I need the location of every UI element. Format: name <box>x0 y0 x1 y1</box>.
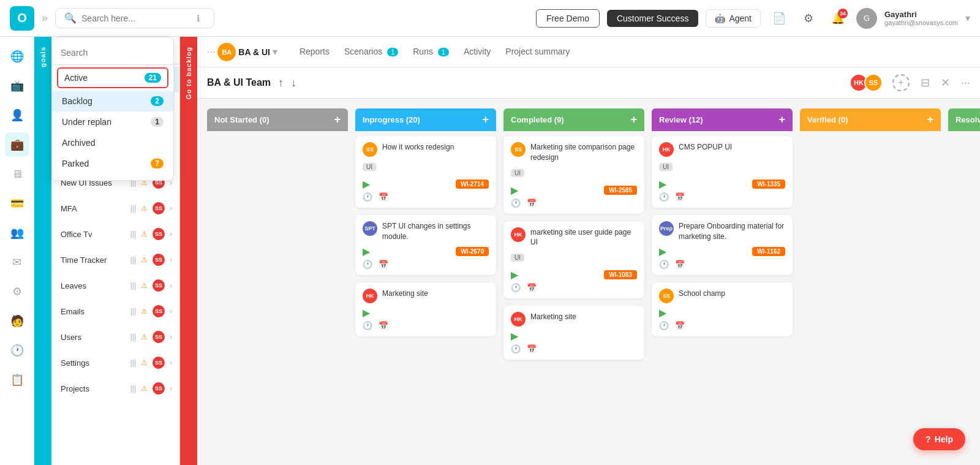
project-item[interactable]: MFA ||| ⚠ SS › <box>51 195 179 221</box>
dropdown-item-underreplan[interactable]: Under replan 1 <box>52 112 173 132</box>
nav-item-scenarios[interactable]: Scenarios 1 <box>344 44 398 60</box>
clock-icon: 🕐 <box>363 321 372 330</box>
search-icon: 🔍 <box>64 12 77 24</box>
column-add-button[interactable]: + <box>778 113 785 126</box>
kanban-card[interactable]: SS How it works redesign UI ▶ WI-2714 🕐 … <box>355 136 496 208</box>
sidebar-icon-person2[interactable]: 🧑 <box>5 309 29 333</box>
card-title: CMS POPUP UI <box>679 142 732 153</box>
sidebar-icon-globe[interactable]: 🌐 <box>5 44 29 69</box>
calendar-icon: 📅 <box>379 321 388 330</box>
project-item[interactable]: Time Tracker ||| ⚠ SS › <box>51 247 179 273</box>
sidebar-icon-tv[interactable]: 📺 <box>5 74 29 98</box>
kanban-card[interactable]: Prep Prepare Onboarding material for mar… <box>652 215 793 275</box>
play-button[interactable]: ▶ <box>511 330 518 342</box>
column-add-button[interactable]: + <box>927 113 933 126</box>
play-button[interactable]: ▶ <box>511 184 518 196</box>
card-title: Marketing site <box>382 289 428 299</box>
dropdown-underreplan-count: 1 <box>151 117 164 127</box>
agent-button[interactable]: 🤖 Agent <box>706 9 761 28</box>
customer-success-button[interactable]: Customer Success <box>607 10 698 27</box>
dropdown-item-backlog[interactable]: Backlog 2 <box>52 91 173 112</box>
search-bar[interactable]: 🔍 ℹ <box>55 8 214 28</box>
add-member-button[interactable]: + <box>892 74 910 91</box>
nav-item-reports[interactable]: Reports <box>300 44 330 60</box>
play-button[interactable]: ▶ <box>363 246 370 257</box>
play-button[interactable]: ▶ <box>363 307 370 319</box>
play-button[interactable]: ▶ <box>659 246 666 257</box>
clear-filter-icon[interactable]: ✕ <box>941 76 950 89</box>
column-add-button[interactable]: + <box>630 113 637 126</box>
sidebar-icon-clock[interactable]: 🕐 <box>5 338 29 363</box>
project-item-label: Projects <box>61 384 126 393</box>
sidebar-icon-user[interactable]: 👤 <box>5 103 29 127</box>
nav-item-project-summary[interactable]: Project summary <box>505 44 570 60</box>
kanban-column: Resolved (0) + <box>948 108 980 455</box>
card-label: UI <box>659 163 673 171</box>
board-more-icon[interactable]: ··· <box>961 77 970 89</box>
column-add-button[interactable]: + <box>334 113 341 126</box>
play-button[interactable]: ▶ <box>659 178 666 190</box>
sidebar-icon-briefcase[interactable]: 💼 <box>5 132 29 157</box>
clock-icon: 🕐 <box>511 344 521 353</box>
card-top: SPT SPT UI changes in settings module. <box>363 221 489 242</box>
kanban-card[interactable]: SS School champ ▶ 🕐 📅 <box>652 282 793 336</box>
team-dropdown-icon[interactable]: ▾ <box>273 46 277 58</box>
sidebar-icon-monitor[interactable]: 🖥 <box>5 162 29 186</box>
download-icon[interactable]: ↓ <box>291 77 296 89</box>
column-header: Inprogress (20) + <box>355 108 496 131</box>
dropdown-item-active[interactable]: Active 21 <box>57 67 168 88</box>
sidebar-icon-mail[interactable]: ✉ <box>5 250 29 274</box>
nav-item-runs[interactable]: Runs 1 <box>413 44 449 60</box>
card-ticket: WI-1083 <box>604 270 637 279</box>
user-avatar[interactable]: G <box>856 8 877 29</box>
document-icon-button[interactable]: 📄 <box>768 7 790 29</box>
goals-strip[interactable]: goals <box>34 37 51 465</box>
sidebar-icon-settings[interactable]: ⚙ <box>5 279 29 304</box>
project-item[interactable]: Leaves ||| ⚠ SS › <box>51 273 179 298</box>
kanban-card[interactable]: HK Marketing site ▶ 🕐 📅 <box>503 306 644 360</box>
project-item[interactable]: Settings ||| ⚠ SS › <box>51 350 179 376</box>
backlog-label[interactable]: Go to backlog <box>185 47 192 99</box>
card-label: UI <box>511 254 524 262</box>
dropdown-item-archived[interactable]: Archived <box>52 132 173 153</box>
secondary-nav-more[interactable]: ··· <box>207 47 215 58</box>
card-ticket: WI-2670 <box>456 247 489 256</box>
project-item[interactable]: Emails ||| ⚠ SS › <box>51 298 179 324</box>
sidebar-icon-card[interactable]: 💳 <box>5 191 29 216</box>
backlog-strip[interactable]: Go to backlog <box>180 37 197 465</box>
nav-item-activity[interactable]: Activity <box>464 44 491 60</box>
help-button[interactable]: ? Help <box>913 428 965 450</box>
play-button[interactable]: ▶ <box>511 269 518 281</box>
play-button[interactable]: ▶ <box>659 307 666 319</box>
project-item[interactable]: Projects ||| ⚠ SS › <box>51 376 179 401</box>
logo[interactable]: O <box>10 6 34 31</box>
kanban-card[interactable]: HK Marketing site ▶ 🕐 📅 <box>355 282 496 336</box>
filter-icon[interactable]: ⊟ <box>921 76 930 89</box>
settings-icon-button[interactable]: ⚙ <box>797 7 820 29</box>
kanban-column: Review (12) + HK CMS POPUP UI UI ▶ WI-13… <box>652 108 793 455</box>
play-button[interactable]: ▶ <box>363 178 370 190</box>
kanban-card[interactable]: HK marketing site user guide page UI UI … <box>503 221 644 299</box>
kanban-card[interactable]: HK CMS POPUP UI UI ▶ WI-1335 🕐 📅 <box>652 136 793 208</box>
dropdown-active-count: 21 <box>145 73 161 83</box>
bar-icon: ||| <box>130 230 136 238</box>
project-item[interactable]: Office Tv ||| ⚠ SS › <box>51 221 179 247</box>
goals-label[interactable]: goals <box>39 47 47 67</box>
upload-icon[interactable]: ↑ <box>278 77 284 89</box>
column-add-button[interactable]: + <box>482 113 489 126</box>
dropdown-search-input[interactable] <box>61 48 165 58</box>
kanban-card[interactable]: SPT SPT UI changes in settings module. ▶… <box>355 215 496 275</box>
nav-expand-icon[interactable]: » <box>42 12 48 25</box>
sidebar-icon-doc[interactable]: 📋 <box>5 368 29 392</box>
user-dropdown-icon[interactable]: ▾ <box>965 12 970 24</box>
card-actions: ▶ WI-2585 <box>511 184 637 196</box>
user-dot: SS <box>153 331 165 343</box>
kanban-card[interactable]: SS Marketing site comparison page redesi… <box>503 136 644 214</box>
free-demo-button[interactable]: Free Demo <box>536 9 600 28</box>
search-input[interactable] <box>81 13 192 23</box>
card-ticket: WI-2714 <box>456 180 489 189</box>
project-item[interactable]: Users ||| ⚠ SS › <box>51 324 179 350</box>
dropdown-item-parked[interactable]: Parked 7 <box>52 153 173 174</box>
sidebar-icon-people[interactable]: 👥 <box>5 221 29 245</box>
notifications-icon-button[interactable]: 🔔 34 <box>827 7 849 29</box>
